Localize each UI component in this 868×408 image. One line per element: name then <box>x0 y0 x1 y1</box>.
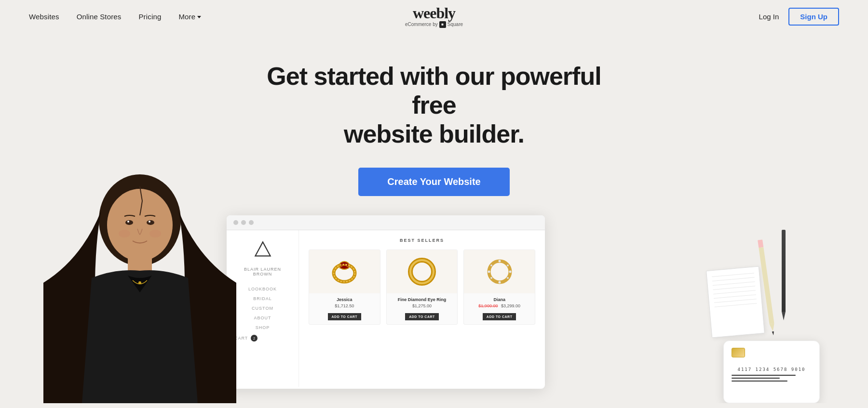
products-grid: Jessica $1,712.50 ADD TO CART <box>309 250 535 325</box>
svg-point-19 <box>509 271 511 273</box>
inner-sidebar: BLAIR LAUREN BROWN LOOKBOOK BRIDAL CUSTO… <box>227 230 299 387</box>
create-website-button[interactable]: Create Your Website <box>358 168 509 196</box>
product-sale-price-3: $1,900.00 <box>478 303 498 308</box>
browser-bar <box>227 215 545 230</box>
notebook-line <box>715 303 757 308</box>
card-line <box>732 381 787 382</box>
product-price-2: $1,275.00 <box>391 303 454 308</box>
product-name-2: Fine Diamond Eye Ring <box>391 297 454 302</box>
notebook-line <box>712 277 755 282</box>
inner-logo <box>234 240 291 261</box>
browser-dot-2 <box>241 220 246 225</box>
logo: weebly eCommerce by ■ Square <box>405 5 463 28</box>
product-card-3: Diana $1,900.00 $3,299.00 ADD TO CART <box>463 250 535 325</box>
inner-brand-name: BLAIR LAUREN BROWN <box>234 267 291 276</box>
deco-illustrations: 4117 1234 5678 9010 <box>694 230 820 403</box>
product-card-1: Jessica $1,712.50 ADD TO CART <box>309 250 380 325</box>
chevron-down-icon <box>197 16 201 18</box>
notebook-line <box>713 286 756 290</box>
product-card-2: Fine Diamond Eye Ring $1,275.00 ADD TO C… <box>386 250 458 325</box>
square-label: Square <box>448 22 463 27</box>
inner-nav-bridal: BRIDAL <box>234 294 291 303</box>
notebook-line <box>714 299 757 303</box>
svg-point-9 <box>149 230 161 237</box>
inner-main-content: BEST SELLERS <box>299 230 545 387</box>
person-illustration <box>43 162 236 403</box>
nav-pricing[interactable]: Pricing <box>138 13 161 21</box>
inner-nav-shop: SHOP <box>234 323 291 332</box>
product-info-1: Jessica $1,712.50 ADD TO CART <box>309 293 380 324</box>
product-name-3: Diana <box>468 297 531 302</box>
pen-illustration <box>776 230 791 326</box>
svg-point-23 <box>488 271 490 273</box>
product-price-1: $1,712.50 <box>313 303 376 308</box>
logo-subtitle: eCommerce by ■ Square <box>405 21 463 28</box>
svg-point-4 <box>125 220 133 225</box>
nav-left: Websites Online Stores Pricing More <box>29 13 201 21</box>
notebook-line <box>713 282 755 286</box>
hero-headline-line1: Get started with our powerful free <box>267 62 601 119</box>
svg-point-6 <box>127 221 129 223</box>
svg-point-5 <box>147 220 154 225</box>
square-icon: ■ <box>439 21 446 28</box>
card-signature-lines <box>732 375 812 382</box>
product-info-3: Diana $1,900.00 $3,299.00 ADD TO CART <box>464 293 535 324</box>
svg-point-8 <box>119 230 130 237</box>
card-number: 4117 1234 5678 9010 <box>732 367 812 372</box>
nav-websites[interactable]: Websites <box>29 13 59 21</box>
hero-headline-line2: website builder. <box>344 120 524 148</box>
svg-point-22 <box>490 277 492 279</box>
notebook-illustration <box>706 266 765 338</box>
product-original-price-3: $3,299.00 <box>501 303 520 308</box>
nav-online-stores[interactable]: Online Stores <box>77 13 122 21</box>
credit-card-illustration: 4117 1234 5678 9010 <box>723 341 820 403</box>
cart-label: CART <box>234 336 248 341</box>
svg-point-17 <box>498 260 501 263</box>
pen-body <box>782 230 786 312</box>
product-info-2: Fine Diamond Eye Ring $1,275.00 ADD TO C… <box>387 293 458 324</box>
nav-more-label: More <box>178 13 195 21</box>
pencil-tip <box>770 324 775 332</box>
login-button[interactable]: Log In <box>759 13 779 21</box>
nav-more[interactable]: More <box>178 13 201 21</box>
svg-point-20 <box>507 277 509 279</box>
inner-cart: CART 2 <box>234 332 291 344</box>
inner-nav-lookbook: LOOKBOOK <box>234 284 291 294</box>
logo-text: weebly <box>405 5 463 21</box>
hero-content-area: BLAIR LAUREN BROWN LOOKBOOK BRIDAL CUSTO… <box>0 215 868 403</box>
notebook-line <box>712 273 754 277</box>
best-sellers-label: BEST SELLERS <box>309 238 535 243</box>
svg-point-7 <box>149 221 150 223</box>
svg-point-1 <box>107 189 173 261</box>
browser-dot-3 <box>249 220 254 225</box>
product-name-1: Jessica <box>313 297 376 302</box>
notebook-lines <box>706 267 762 314</box>
notebook-line <box>714 295 756 299</box>
product-price-3: $1,900.00 $3,299.00 <box>468 303 531 308</box>
card-line <box>732 375 796 376</box>
cart-count: 2 <box>251 335 258 342</box>
browser-body: BLAIR LAUREN BROWN LOOKBOOK BRIDAL CUSTO… <box>227 230 545 387</box>
svg-marker-10 <box>255 242 270 256</box>
header: Websites Online Stores Pricing More weeb… <box>0 0 868 33</box>
browser-window: BLAIR LAUREN BROWN LOOKBOOK BRIDAL CUSTO… <box>227 215 545 389</box>
card-chip <box>732 348 745 357</box>
card-line <box>732 378 780 379</box>
inner-nav-about: ABOUT <box>234 313 291 323</box>
add-to-cart-3[interactable]: ADD TO CART <box>483 313 516 320</box>
product-image-1 <box>309 250 380 293</box>
svg-point-24 <box>490 264 492 266</box>
svg-point-21 <box>498 281 501 284</box>
product-image-3 <box>464 250 535 293</box>
add-to-cart-1[interactable]: ADD TO CART <box>328 313 362 320</box>
nav-right: Log In Sign Up <box>759 8 839 26</box>
pen-tip <box>782 312 786 320</box>
notebook-line <box>713 290 756 295</box>
ecommerce-by-label: eCommerce by <box>405 22 438 27</box>
inner-nav-custom: CUSTOM <box>234 303 291 313</box>
svg-point-16 <box>489 261 510 282</box>
signup-button[interactable]: Sign Up <box>788 8 839 26</box>
add-to-cart-2[interactable]: ADD TO CART <box>405 313 439 320</box>
hero-headline: Get started with our powerful free websi… <box>251 62 617 148</box>
hero-section: Get started with our powerful free websi… <box>0 33 868 403</box>
